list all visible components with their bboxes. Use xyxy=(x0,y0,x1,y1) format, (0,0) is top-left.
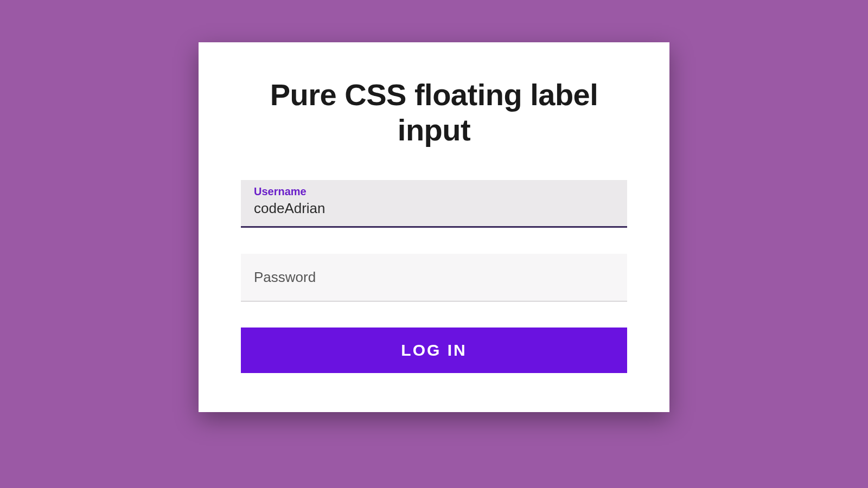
login-button[interactable]: LOG IN xyxy=(241,328,627,373)
username-input[interactable] xyxy=(254,200,614,217)
password-field[interactable]: Password xyxy=(241,254,627,301)
username-field[interactable]: Username xyxy=(241,180,627,228)
login-card: Pure CSS floating label input Username P… xyxy=(199,42,669,412)
page-title: Pure CSS floating label input xyxy=(241,77,627,147)
username-label: Username xyxy=(254,185,614,198)
